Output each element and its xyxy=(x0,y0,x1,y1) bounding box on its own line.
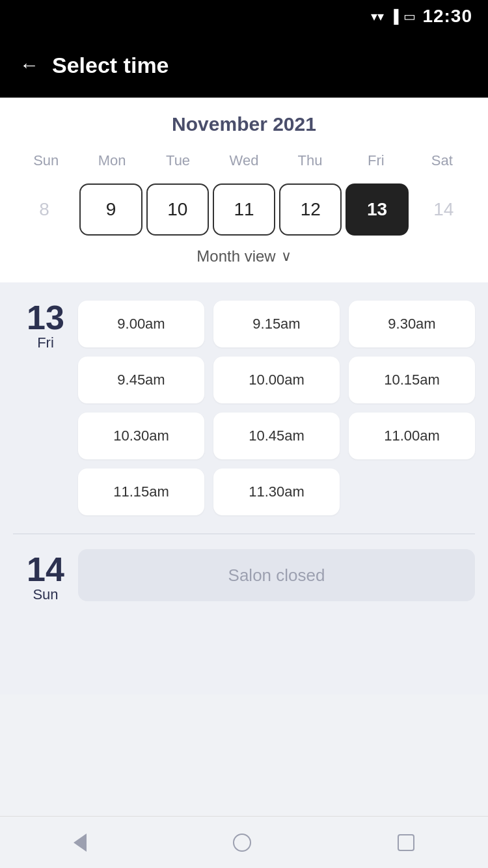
nav-back-button[interactable] xyxy=(74,834,87,852)
back-icon: ← xyxy=(20,54,39,75)
calendar-section: November 2021 Sun Mon Tue Wed Thu Fri Sa… xyxy=(0,98,488,282)
closed-block-14: 14 Sun Salon closed xyxy=(13,547,475,603)
month-view-toggle[interactable]: Month view ∨ xyxy=(13,239,475,276)
weekday-sun: Sun xyxy=(13,148,79,173)
weekday-thu: Thu xyxy=(277,148,343,173)
time-grid-13: 9.00am 9.15am 9.30am 9.45am 10.00am 10.1… xyxy=(78,295,475,521)
time-slot-945am[interactable]: 9.45am xyxy=(78,357,204,403)
day-header-13: 13 Fri 9.00am 9.15am 9.30am 9.45am 10.00… xyxy=(13,295,475,521)
slots-section: 13 Fri 9.00am 9.15am 9.30am 9.45am 10.00… xyxy=(0,282,488,694)
wifi-icon: ▾▾ xyxy=(371,8,384,24)
nav-recents-button[interactable] xyxy=(398,834,414,851)
weekday-fri: Fri xyxy=(343,148,409,173)
month-year-label: November 2021 xyxy=(13,113,475,135)
date-row: 8 9 10 11 12 13 14 xyxy=(13,180,475,239)
time-slot-930am[interactable]: 9.30am xyxy=(349,301,475,347)
time-slot-1015am[interactable]: 10.15am xyxy=(349,357,475,403)
weekday-sat: Sat xyxy=(409,148,475,173)
time-slot-1030am[interactable]: 10.30am xyxy=(78,413,204,459)
weekday-wed: Wed xyxy=(211,148,277,173)
salon-closed-message: Salon closed xyxy=(78,549,475,601)
time-slot-915am[interactable]: 9.15am xyxy=(213,301,340,347)
day-label-13: 13 Fri xyxy=(13,295,78,351)
date-cell-11[interactable]: 11 xyxy=(213,183,275,236)
back-nav-icon xyxy=(74,834,87,852)
status-icons: ▾▾ ▐ ▭ xyxy=(371,8,416,24)
chevron-down-icon: ∨ xyxy=(281,248,291,265)
back-button[interactable]: ← xyxy=(20,55,39,75)
time-slot-1115am[interactable]: 11.15am xyxy=(78,468,204,515)
day-number-13: 13 xyxy=(27,301,64,334)
date-cell-13[interactable]: 13 xyxy=(346,183,408,236)
status-time: 12:30 xyxy=(422,6,472,27)
battery-icon: ▭ xyxy=(403,8,416,24)
month-view-label: Month view xyxy=(197,247,275,265)
page-title: Select time xyxy=(52,53,169,78)
time-slot-1130am[interactable]: 11.30am xyxy=(213,468,340,515)
nav-home-button[interactable] xyxy=(233,834,251,852)
weekday-mon: Mon xyxy=(79,148,144,173)
day-number-14: 14 xyxy=(27,552,64,586)
week-days-row: Sun Mon Tue Wed Thu Fri Sat xyxy=(13,148,475,173)
bottom-nav xyxy=(0,816,488,868)
home-nav-icon xyxy=(233,834,251,852)
time-slot-1100am[interactable]: 11.00am xyxy=(349,413,475,459)
day-label-14: 14 Sun xyxy=(13,547,78,603)
header: ← Select time xyxy=(0,33,488,98)
bottom-spacer xyxy=(13,616,475,681)
day-block-14: 14 Sun Salon closed xyxy=(13,547,475,603)
time-slot-1045am[interactable]: 10.45am xyxy=(213,413,340,459)
weekday-tue: Tue xyxy=(145,148,211,173)
signal-icon: ▐ xyxy=(389,9,398,24)
time-slot-1000am[interactable]: 10.00am xyxy=(213,357,340,403)
day-block-13: 13 Fri 9.00am 9.15am 9.30am 9.45am 10.00… xyxy=(13,295,475,521)
date-cell-10[interactable]: 10 xyxy=(146,183,209,236)
date-cell-12[interactable]: 12 xyxy=(279,183,342,236)
status-bar: ▾▾ ▐ ▭ 12:30 xyxy=(0,0,488,33)
date-cell-8[interactable]: 8 xyxy=(13,183,75,236)
day-divider xyxy=(13,534,475,534)
date-cell-9[interactable]: 9 xyxy=(79,183,142,236)
recents-nav-icon xyxy=(398,834,414,851)
day-name-13: Fri xyxy=(37,334,54,351)
time-slot-900am[interactable]: 9.00am xyxy=(78,301,204,347)
day-name-14: Sun xyxy=(33,586,58,603)
date-cell-14[interactable]: 14 xyxy=(413,183,475,236)
